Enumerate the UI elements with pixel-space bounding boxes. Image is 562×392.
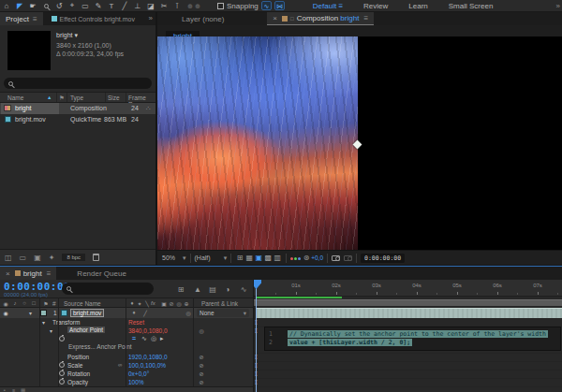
layer-shy-icon[interactable]: ♦	[129, 310, 139, 315]
usage-icon[interactable]: ∴	[146, 105, 150, 112]
home-icon[interactable]: ⌂	[0, 2, 13, 10]
puppet-pin-tool-icon[interactable]: ⊺	[170, 2, 184, 10]
frame-blending-icon[interactable]: ▤	[208, 285, 217, 294]
col-type[interactable]: Type	[70, 94, 83, 101]
workspace-menu-icon[interactable]: ≡	[338, 2, 343, 10]
snapping-toggle[interactable]: Snapping	[217, 2, 259, 10]
expression-pickwhip-icon[interactable]: ◎	[197, 327, 206, 334]
scale-label[interactable]: Scale	[67, 362, 82, 369]
brush-tool-icon[interactable]: ╱	[118, 2, 131, 10]
expand-toggle-icon[interactable]: ▪	[4, 387, 6, 392]
mask-visibility-icon[interactable]: ▦	[244, 254, 254, 262]
tab-render-queue[interactable]: Render Queue	[71, 267, 131, 280]
snapping-checkbox[interactable]	[217, 3, 224, 9]
resolution-caret-icon[interactable]: ▾	[224, 254, 228, 262]
pan-behind-tool-icon[interactable]: ⌖	[66, 1, 79, 10]
resolution-gear-icon[interactable]: ⊛	[302, 254, 311, 262]
clone-stamp-tool-icon[interactable]: ⊥	[131, 2, 144, 10]
expression-name-label[interactable]: Express... Anchor Point	[68, 343, 132, 350]
opacity-value[interactable]: 100%	[128, 379, 144, 385]
anchor-point-row[interactable]: ▾ Anchor Point 3840,0,1080,0 ◎	[0, 327, 253, 335]
view-options-icon[interactable]: ▥	[273, 254, 282, 262]
snapshot-icon[interactable]	[332, 255, 340, 261]
project-settings-icon[interactable]: ✦	[49, 254, 55, 262]
inout-panes-icon[interactable]: ▦	[21, 387, 25, 392]
new-folder-icon[interactable]: ▭	[20, 254, 27, 262]
draft-3d-icon[interactable]: ▲	[193, 285, 202, 294]
zoom-caret-icon[interactable]: ▾	[183, 254, 186, 262]
close-icon[interactable]: ×	[6, 269, 10, 278]
close-icon[interactable]: ×	[273, 14, 277, 22]
constrain-proportions-icon[interactable]: ∞	[118, 362, 122, 368]
workspace-learn[interactable]: Learn	[408, 2, 427, 10]
opacity-label[interactable]: Opacity	[67, 379, 88, 385]
dimension-icon[interactable]: ⊘	[197, 362, 206, 369]
rotation-label[interactable]: Rotation	[67, 370, 90, 377]
expression-code[interactable]: value + [thisLayer.width / 2, 0];	[288, 339, 412, 346]
hand-tool-icon[interactable]: ☛	[26, 2, 39, 10]
interpret-footage-icon[interactable]: ◫	[5, 254, 12, 262]
project-row-bright[interactable]: bright Composition 24 ∴	[0, 103, 155, 114]
pen-tool-icon[interactable]: ✎	[92, 2, 105, 10]
opacity-row[interactable]: Opacity 100% ⊘	[0, 378, 253, 386]
expression-pickwhip-icon[interactable]: ◎	[151, 335, 156, 342]
item-caret-icon[interactable]: ▾	[74, 32, 78, 38]
motion-blur-icon[interactable]: ◑	[223, 285, 232, 294]
lock-icon[interactable]: □	[290, 16, 294, 22]
group-expand-icon[interactable]: ▾	[42, 319, 45, 326]
new-composition-icon[interactable]: ▣	[34, 254, 41, 262]
rectangle-tool-icon[interactable]: ▭	[79, 2, 92, 10]
layer-duration-bar[interactable]	[256, 308, 562, 318]
viewer-menu-icon[interactable]: ≡	[363, 14, 368, 22]
expression-editor[interactable]: 1 2 // Dynamically set the anchor point …	[264, 327, 561, 351]
transform-label[interactable]: Transform	[52, 319, 80, 326]
rotation-row[interactable]: Rotation 0x+0,0° ⊘	[0, 370, 253, 378]
position-row[interactable]: Position 1920,0,1080,0 ⊘	[0, 353, 253, 361]
item-name[interactable]: bright	[56, 32, 73, 38]
col-size[interactable]: Size	[108, 94, 120, 101]
parent-pickwhip-icon[interactable]: ◎	[184, 310, 193, 316]
work-area-bar[interactable]	[254, 299, 562, 306]
rotate-tool-icon[interactable]: ↺	[52, 2, 66, 10]
reset-button[interactable]: Reset	[128, 319, 144, 326]
expression-comment[interactable]: // Dynamically set the anchor point to t…	[288, 330, 548, 338]
layer-quality-icon[interactable]: ╱	[140, 310, 150, 316]
parent-link-column[interactable]: Parent & Link	[201, 300, 238, 307]
transform-group-row[interactable]: ▾ Transform Reset	[0, 318, 253, 327]
workspace-review[interactable]: Review	[363, 2, 388, 10]
zoom-level-dropdown[interactable]: 50%	[162, 254, 175, 261]
layer-expand-icon[interactable]: ▾	[29, 310, 32, 316]
workspace-small-screen[interactable]: Small Screen	[449, 2, 494, 10]
tab-effect-controls[interactable]: Effect Controls bright.mov	[43, 12, 140, 25]
rotation-value[interactable]: 0x+0,0°	[128, 370, 149, 377]
playhead-line[interactable]	[256, 280, 257, 392]
type-tool-icon[interactable]: T	[105, 2, 118, 10]
parent-dropdown[interactable]: None▾	[197, 309, 249, 317]
prop-expand-icon[interactable]: ▾	[50, 327, 52, 334]
layer-label-chip[interactable]	[40, 310, 47, 316]
expression-language-menu-icon[interactable]: ▸	[160, 335, 164, 342]
project-tab-overflow-icon[interactable]: »	[149, 12, 155, 25]
tab-layer-viewer[interactable]: Layer (none)	[176, 12, 229, 25]
bit-depth-button[interactable]: 8 bpc	[62, 254, 85, 261]
position-label[interactable]: Position	[67, 354, 89, 360]
workspace-default[interactable]: Default ≡	[313, 2, 343, 10]
viewer-timecode[interactable]: 0:00:00:00	[361, 254, 405, 263]
tab-project[interactable]: Project≡	[0, 12, 43, 25]
dimension-icon[interactable]: ⊘	[197, 370, 206, 377]
time-ruler[interactable]: 01s 02s 03s 04s 05s 06s 07s	[254, 280, 562, 297]
tab-composition-viewer[interactable]: × □ Composition bright ≡	[267, 12, 374, 25]
project-row-bright-mov[interactable]: bright.mov QuickTime 863 MB 24	[0, 114, 155, 125]
timeline-menu-icon[interactable]: ≡	[47, 269, 52, 278]
exposure-value[interactable]: +0,0	[311, 254, 323, 261]
trash-icon[interactable]	[93, 254, 99, 261]
col-name[interactable]: Name	[7, 94, 23, 101]
label-column-icon[interactable]: ⚑	[59, 94, 65, 102]
grid-guides-icon[interactable]: ⊞	[235, 254, 244, 262]
snap-option-1-icon[interactable]: ∿	[261, 1, 272, 10]
source-name-column[interactable]: Source Name	[64, 300, 101, 307]
transparency-grid-icon[interactable]: ▩	[263, 254, 273, 262]
row-name[interactable]: bright	[15, 105, 32, 111]
sort-ascending-icon[interactable]: ▲	[47, 94, 52, 100]
anchor-point-label[interactable]: Anchor Point	[67, 327, 105, 333]
